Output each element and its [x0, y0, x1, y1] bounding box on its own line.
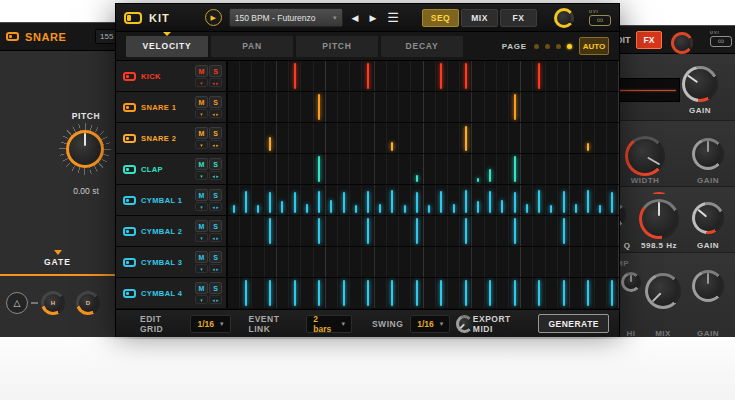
step-cell[interactable] [228, 216, 240, 246]
step-cell[interactable] [289, 123, 301, 153]
step-cell[interactable] [289, 278, 301, 308]
step-cell[interactable] [472, 154, 484, 184]
step-cell[interactable] [301, 61, 313, 91]
step-cell[interactable] [424, 278, 436, 308]
step-cell[interactable] [228, 278, 240, 308]
step-cell[interactable] [265, 92, 277, 122]
step-cell[interactable] [546, 154, 558, 184]
step-cell[interactable] [533, 185, 545, 215]
solo-button[interactable]: S [209, 96, 222, 108]
step-cell[interactable] [607, 216, 619, 246]
fx-tab-button[interactable]: FX [636, 31, 662, 49]
fx-macro-knob[interactable] [671, 32, 693, 54]
step-cell[interactable] [301, 92, 313, 122]
step-cell[interactable] [265, 61, 277, 91]
step-cell[interactable] [301, 247, 313, 277]
step-cell[interactable] [472, 278, 484, 308]
step-cell[interactable] [399, 247, 411, 277]
step-cell[interactable] [424, 185, 436, 215]
step-cell[interactable] [521, 247, 533, 277]
step-cell[interactable] [436, 154, 448, 184]
step-cell[interactable] [424, 216, 436, 246]
step-cell[interactable] [277, 247, 289, 277]
step-cell[interactable] [326, 154, 338, 184]
step-cell[interactable] [509, 247, 521, 277]
step-cell[interactable] [448, 123, 460, 153]
step-cell[interactable] [424, 123, 436, 153]
step-cell[interactable] [252, 123, 264, 153]
page-dot[interactable] [567, 44, 572, 49]
step-cell[interactable] [314, 154, 326, 184]
step-cell[interactable] [533, 247, 545, 277]
preset-selector[interactable]: 150 BPM - Futurenzo ▾ [229, 8, 343, 27]
step-cell[interactable] [582, 278, 594, 308]
step-cell[interactable] [436, 61, 448, 91]
prev-preset-button[interactable]: ◀ [350, 12, 361, 24]
step-cell[interactable] [424, 61, 436, 91]
step-cell[interactable] [485, 247, 497, 277]
step-cell[interactable] [509, 185, 521, 215]
step-cell[interactable] [375, 216, 387, 246]
step-cell[interactable] [497, 216, 509, 246]
tri-left-right-icon[interactable]: ◂ ▸ [209, 264, 222, 273]
comp-gain-knob[interactable] [692, 270, 724, 302]
mute-button[interactable]: M [195, 65, 208, 77]
step-cell[interactable] [326, 216, 338, 246]
step-cell[interactable] [436, 216, 448, 246]
step-cell[interactable] [411, 185, 423, 215]
mute-button[interactable]: M [195, 96, 208, 108]
step-cell[interactable] [338, 185, 350, 215]
step-cell[interactable] [595, 61, 607, 91]
step-cell[interactable] [252, 247, 264, 277]
step-cell[interactable] [460, 61, 472, 91]
step-cell[interactable] [375, 247, 387, 277]
step-cell[interactable] [277, 185, 289, 215]
step-cell[interactable] [472, 61, 484, 91]
step-cell[interactable] [387, 154, 399, 184]
step-cell[interactable] [521, 123, 533, 153]
step-cell[interactable] [411, 154, 423, 184]
step-cell[interactable] [362, 154, 374, 184]
step-cell[interactable] [509, 216, 521, 246]
mix-knob[interactable] [645, 273, 681, 309]
step-cell[interactable] [595, 278, 607, 308]
step-cell[interactable] [582, 216, 594, 246]
track-label[interactable]: KICK M S ▾ ◂ ▸ [116, 61, 226, 91]
mute-button[interactable]: M [195, 127, 208, 139]
event-link-select[interactable]: 2 bars ▾ [306, 315, 352, 333]
mute-button[interactable]: M [195, 158, 208, 170]
step-cell[interactable] [485, 92, 497, 122]
tab-mix[interactable]: MIX [461, 9, 498, 27]
step-cell[interactable] [362, 92, 374, 122]
step-cell[interactable] [595, 216, 607, 246]
step-cell[interactable] [497, 123, 509, 153]
step-cell[interactable] [595, 185, 607, 215]
step-cell[interactable] [436, 185, 448, 215]
tri-left-right-icon[interactable]: ◂ ▸ [209, 109, 222, 118]
step-cell[interactable] [558, 247, 570, 277]
metronome-icon[interactable]: △ [6, 292, 28, 314]
step-cell[interactable] [424, 247, 436, 277]
step-cell[interactable] [546, 216, 558, 246]
step-cell[interactable] [472, 123, 484, 153]
step-cell[interactable] [570, 247, 582, 277]
step-cell[interactable] [326, 61, 338, 91]
step-cell[interactable] [607, 154, 619, 184]
step-cell[interactable] [265, 278, 277, 308]
step-cell[interactable] [350, 216, 362, 246]
step-cell[interactable] [607, 278, 619, 308]
step-cell[interactable] [521, 154, 533, 184]
step-cell[interactable] [460, 123, 472, 153]
step-cell[interactable] [265, 216, 277, 246]
step-cell[interactable] [375, 123, 387, 153]
step-cell[interactable] [448, 247, 460, 277]
step-cell[interactable] [436, 247, 448, 277]
tab-decay[interactable]: DECAY [381, 36, 463, 57]
step-cell[interactable] [533, 92, 545, 122]
step-cell[interactable] [570, 216, 582, 246]
page-dot[interactable] [556, 44, 561, 49]
step-cell[interactable] [448, 92, 460, 122]
step-cell[interactable] [277, 92, 289, 122]
step-cell[interactable] [485, 154, 497, 184]
step-cell[interactable] [387, 216, 399, 246]
